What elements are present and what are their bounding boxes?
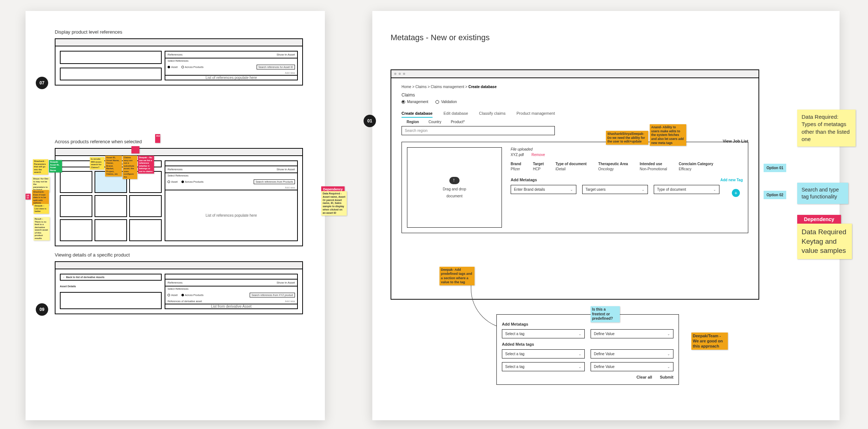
option-1-chip[interactable]: Option 01: [764, 164, 786, 172]
sticky-shashank[interactable]: Shashank/Divya/Deepak- Do we need the ab…: [606, 131, 648, 145]
left-panel: Display product level references Referen…: [26, 11, 325, 420]
section-07: Display product level references Referen…: [55, 29, 303, 86]
grp1-title: Add Metatags: [502, 322, 673, 326]
search-button-09[interactable]: Search references from XYZ product: [250, 293, 295, 297]
app-frame: Home > Claims > Claims management > Crea…: [391, 69, 759, 300]
sticky-data-req-types[interactable]: Data Required: Types of metatags other t…: [797, 110, 856, 147]
sticky-n9[interactable]: Deepak – List view is better: [34, 204, 49, 214]
upload-card: Drag and drop document File uploaded XYZ…: [402, 142, 748, 233]
chevron-down-icon: ⌄: [579, 332, 581, 336]
sticky-n8[interactable]: Shashank: Even if man data is to be spli…: [32, 190, 49, 205]
section-07-title: Display product level references: [55, 29, 303, 35]
search-button-08[interactable]: Search references from Products: [254, 179, 295, 184]
sticky-n6[interactable]: Deepak – No can we list a reference whet…: [138, 156, 154, 174]
add-new-tag-link[interactable]: Add new Tag: [721, 178, 743, 182]
subtab-country[interactable]: Country: [429, 120, 441, 124]
sticky-n10[interactable]: Result – There is no limit to a derivati…: [34, 217, 50, 240]
sticky-deepak-predef[interactable]: Deepak- Add predefined tags and a sectio…: [439, 267, 475, 285]
radio-asset-09[interactable]: Asset: [168, 294, 178, 296]
drop-zone[interactable]: Drag and drop document: [407, 147, 502, 228]
chevron-down-icon: ⌄: [667, 352, 670, 356]
select-refs-label: Select References: [165, 58, 297, 63]
refs-list-empty: List of references populate here: [165, 75, 297, 80]
select-tag-2[interactable]: Select a tag⌄: [502, 349, 585, 358]
search-input[interactable]: Search region: [402, 126, 555, 135]
right-title: Metatags - New or existings: [391, 33, 489, 42]
define-value-2[interactable]: Define Value⌄: [591, 349, 673, 358]
sticky-n1[interactable]: Shashank - Parameters that will go into …: [33, 159, 48, 175]
chevron-down-icon: ⌄: [667, 365, 670, 369]
radio-asset[interactable]: Asset: [168, 66, 178, 68]
asset-details-label: Asset Details: [60, 284, 162, 288]
radio-across-08[interactable]: Across Products: [181, 181, 204, 183]
subtab-region[interactable]: Region: [407, 120, 419, 124]
sticky-dep-head-2[interactable]: Dependency: [797, 215, 841, 224]
section-09: Viewing details of a specific product ← …: [55, 252, 303, 314]
subtab-product[interactable]: Product*: [451, 120, 465, 124]
sticky-red-flag[interactable]: IR12: [155, 134, 160, 143]
select-doctype[interactable]: Type of document⌄: [654, 185, 719, 194]
radio-across[interactable]: Across Products: [181, 66, 204, 68]
select-tag-3[interactable]: Select a tag⌄: [502, 362, 585, 371]
sticky-red-top-08[interactable]: [131, 146, 139, 153]
deriv-list: List from derivative Asset: [165, 304, 297, 308]
radio-asset-08[interactable]: Asset: [168, 181, 178, 183]
breadcrumb[interactable]: Home > Claims > Claims management > Crea…: [402, 85, 748, 89]
remove-file-link[interactable]: Remove: [531, 153, 545, 157]
badge-01: 01: [364, 115, 376, 127]
back-link[interactable]: ← Back to list of derivative Assets: [60, 274, 162, 281]
grp2-title: Added Meta tags: [502, 342, 673, 346]
refs-label: References: [168, 168, 183, 171]
refs-list-08: List of references populate here: [165, 190, 297, 240]
show-in-asset-label: Show in Asset: [277, 53, 295, 56]
section-09-title: Viewing details of a specific product: [55, 252, 303, 258]
chevron-down-icon: ⌄: [579, 352, 581, 356]
add-metatags-label: Add Metatags: [511, 178, 537, 182]
select-target[interactable]: Target users⌄: [582, 185, 648, 194]
section-08-title: Across products reference when selected: [55, 139, 303, 144]
file-name: XYZ.pdf: [511, 153, 524, 157]
search-button[interactable]: Search references for Asset ID: [257, 65, 295, 69]
tab-product-mgmt[interactable]: Product management: [516, 110, 555, 118]
add-new-08[interactable]: Add new: [165, 186, 297, 190]
option-2-chip[interactable]: Option 02: [764, 191, 786, 199]
select-brand[interactable]: Enter Brand details⌄: [511, 185, 576, 194]
define-value-1[interactable]: Define Value⌄: [591, 329, 673, 338]
radio-validation[interactable]: Validation: [435, 100, 457, 104]
submit-button[interactable]: Submit: [660, 375, 673, 379]
deriv-refs-label: References of derivative asset: [168, 300, 202, 303]
radio-management[interactable]: Management: [402, 100, 428, 104]
claims-label: Claims: [402, 92, 748, 98]
sticky-anand[interactable]: Anand- Ability to users make edits to th…: [650, 124, 686, 146]
sticky-dep-body-2[interactable]: Data Required Keytag and value samples: [797, 224, 852, 259]
chevron-down-icon: ⌄: [579, 365, 581, 369]
add-button[interactable]: +: [732, 189, 740, 197]
tab-create-db[interactable]: Create database: [402, 110, 433, 118]
sticky-n4[interactable]: Asset ID, Asset Name, Owner, Brand, Mark…: [105, 156, 122, 176]
sticky-red-small[interactable]: US 13: [26, 194, 31, 200]
add-new-09[interactable]: Add new: [285, 300, 295, 303]
sticky-n3[interactable]: Is rerode: Will asses search for Claims?: [90, 157, 104, 170]
refs-label: References: [168, 53, 183, 56]
sticky-good[interactable]: Deepak/Team - We are good on this approa…: [691, 333, 728, 350]
sticky-n2[interactable]: Deepak- Asset ID, Asset Name: [49, 160, 62, 172]
badge-09: 09: [36, 303, 48, 316]
sticky-freetext[interactable]: Is this a freetext or predefined?: [591, 306, 620, 322]
tab-classify[interactable]: Classify claims: [479, 110, 506, 118]
tab-edit-db[interactable]: Edit database: [443, 110, 468, 118]
radio-across-09[interactable]: Across Products: [181, 294, 204, 296]
chevron-down-icon: ⌄: [570, 188, 573, 191]
window-chrome: [391, 70, 758, 78]
sticky-n5[interactable]: Claims easy are not a substitute asset; …: [123, 156, 137, 179]
sticky-dep-body[interactable]: Data Required - Asset name, Asset Or par…: [321, 191, 347, 216]
section-08: Across products reference when selected …: [55, 139, 303, 246]
upload-icon: [449, 177, 460, 184]
clear-all-button[interactable]: Clear all: [637, 375, 652, 379]
select-tag-1[interactable]: Select a tag⌄: [502, 329, 585, 338]
define-value-3[interactable]: Define Value⌄: [591, 362, 673, 371]
chevron-down-icon: ⌄: [667, 332, 670, 336]
right-panel: Metatags - New or existings Home > Claim…: [372, 11, 840, 420]
add-new-link[interactable]: Add new: [165, 71, 297, 75]
sticky-search-type[interactable]: Search and type tag functionality: [797, 183, 848, 204]
badge-07: 07: [36, 77, 48, 89]
